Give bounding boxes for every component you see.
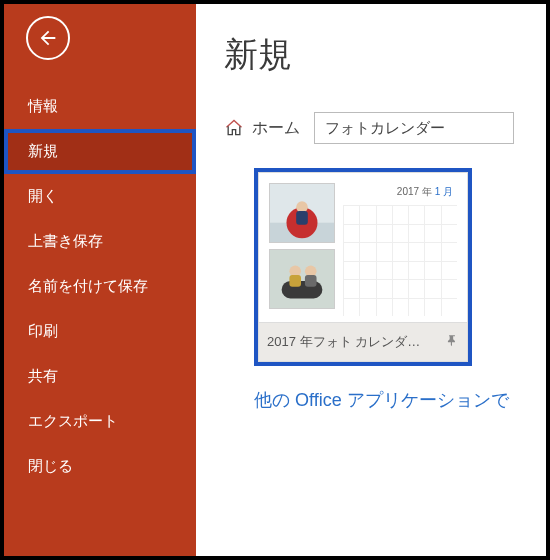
calendar-year: 2017 年 <box>397 186 432 197</box>
template-title: 2017 年フォト カレンダ… <box>267 333 420 351</box>
sidebar-item-label: 上書き保存 <box>28 232 103 249</box>
page-title: 新規 <box>224 32 546 78</box>
svg-rect-5 <box>270 250 334 308</box>
backstage-sidebar: 情報 新規 開く 上書き保存 名前を付けて保存 印刷 共有 エクスポート 閉じる <box>4 4 196 556</box>
backstage-window: 情報 新規 開く 上書き保存 名前を付けて保存 印刷 共有 エクスポート 閉じる… <box>0 0 550 560</box>
link-text-suffix: アプリケーションで <box>342 390 509 410</box>
sidebar-item-label: 名前を付けて保存 <box>28 277 148 294</box>
sidebar-item-label: 閉じる <box>28 457 73 474</box>
calendar-header: 2017 年 1 月 <box>343 183 457 205</box>
link-text-office: Office <box>295 390 342 410</box>
sidebar-item-save[interactable]: 上書き保存 <box>4 219 196 264</box>
sidebar-item-open[interactable]: 開く <box>4 174 196 219</box>
sidebar-item-print[interactable]: 印刷 <box>4 309 196 354</box>
template-results: 2017 年 1 月 2017 年フ <box>254 168 546 412</box>
link-text-prefix: 他の <box>254 390 295 410</box>
pin-icon[interactable] <box>445 334 459 351</box>
template-search-input[interactable] <box>314 112 514 144</box>
preview-photo-1 <box>269 183 335 243</box>
sidebar-item-export[interactable]: エクスポート <box>4 399 196 444</box>
preview-calendar: 2017 年 1 月 <box>343 183 457 316</box>
sidebar-item-close[interactable]: 閉じる <box>4 444 196 489</box>
template-tile-photo-calendar[interactable]: 2017 年 1 月 2017 年フ <box>254 168 472 366</box>
sidebar-item-save-as[interactable]: 名前を付けて保存 <box>4 264 196 309</box>
sidebar-item-label: 共有 <box>28 367 58 384</box>
template-tile-footer: 2017 年フォト カレンダ… <box>258 322 468 362</box>
home-icon[interactable] <box>224 118 244 138</box>
home-label[interactable]: ホーム <box>252 118 300 139</box>
sidebar-item-new[interactable]: 新規 <box>4 129 196 174</box>
template-preview: 2017 年 1 月 <box>258 172 468 322</box>
preview-photo-2 <box>269 249 335 309</box>
sidebar-item-label: 新規 <box>28 142 58 159</box>
search-row: ホーム <box>224 112 546 144</box>
sidebar-item-label: エクスポート <box>28 412 118 429</box>
back-button[interactable] <box>26 16 70 60</box>
svg-rect-4 <box>296 211 308 225</box>
main-panel: 新規 ホーム <box>196 4 546 556</box>
calendar-month: 1 月 <box>435 186 453 197</box>
sidebar-item-share[interactable]: 共有 <box>4 354 196 399</box>
calendar-grid <box>343 205 457 316</box>
svg-rect-10 <box>305 275 317 287</box>
sidebar-item-label: 開く <box>28 187 58 204</box>
svg-rect-8 <box>289 275 301 287</box>
sidebar-item-label: 印刷 <box>28 322 58 339</box>
other-office-apps-link[interactable]: 他の Office アプリケーションで <box>254 388 546 412</box>
sidebar-item-info[interactable]: 情報 <box>4 84 196 129</box>
sidebar-item-label: 情報 <box>28 97 58 114</box>
preview-photo-column <box>269 183 335 316</box>
arrow-left-icon <box>37 27 59 49</box>
